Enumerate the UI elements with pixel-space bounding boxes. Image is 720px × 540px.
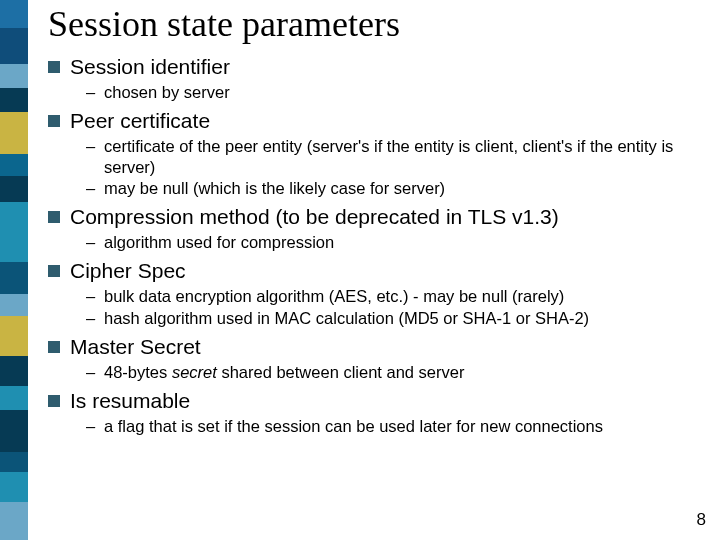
bullet-item-header: Session identifier — [48, 54, 708, 80]
sub-bullet-item: –bulk data encryption algorithm (AES, et… — [86, 286, 708, 306]
bullet-item-header: Is resumable — [48, 388, 708, 414]
dash-bullet-icon: – — [86, 416, 104, 436]
sub-bullet-item: –hash algorithm used in MAC calculation … — [86, 308, 708, 328]
sub-bullet-list: –48-bytes secret shared between client a… — [48, 362, 708, 382]
stripe-segment — [0, 64, 28, 88]
stripe-segment — [0, 294, 28, 316]
bullet-item-title: Session identifier — [70, 54, 230, 80]
slide-title: Session state parameters — [48, 6, 708, 44]
bullet-item: Peer certificate–certificate of the peer… — [48, 108, 708, 198]
stripe-segment — [0, 246, 28, 262]
sub-bullet-item: –a flag that is set if the session can b… — [86, 416, 708, 436]
dash-bullet-icon: – — [86, 178, 104, 198]
bullet-item: Master Secret–48-bytes secret shared bet… — [48, 334, 708, 382]
decorative-side-stripe — [0, 0, 28, 540]
sub-bullet-text: hash algorithm used in MAC calculation (… — [104, 308, 708, 328]
bullet-item-header: Peer certificate — [48, 108, 708, 134]
dash-bullet-icon: – — [86, 286, 104, 306]
bullet-item-title: Compression method (to be deprecated in … — [70, 204, 559, 230]
sub-bullet-item: –chosen by server — [86, 82, 708, 102]
stripe-segment — [0, 154, 28, 176]
sub-bullet-text: algorithm used for compression — [104, 232, 708, 252]
stripe-segment — [0, 176, 28, 202]
bullet-item-header: Cipher Spec — [48, 258, 708, 284]
stripe-segment — [0, 386, 28, 410]
sub-bullet-list: –certificate of the peer entity (server'… — [48, 136, 708, 197]
stripe-segment — [0, 452, 28, 472]
square-bullet-icon — [48, 211, 60, 223]
square-bullet-icon — [48, 395, 60, 407]
dash-bullet-icon: – — [86, 362, 104, 382]
bullet-item: Is resumable–a flag that is set if the s… — [48, 388, 708, 436]
sub-bullet-item: –certificate of the peer entity (server'… — [86, 136, 708, 176]
sub-bullet-text: certificate of the peer entity (server's… — [104, 136, 708, 176]
slide-content: Session state parameters Session identif… — [48, 6, 708, 442]
dash-bullet-icon: – — [86, 232, 104, 252]
sub-bullet-text: a flag that is set if the session can be… — [104, 416, 708, 436]
item-list: Session identifier–chosen by serverPeer … — [48, 54, 708, 437]
square-bullet-icon — [48, 341, 60, 353]
bullet-item: Session identifier–chosen by server — [48, 54, 708, 102]
stripe-segment — [0, 28, 28, 64]
stripe-segment — [0, 112, 28, 154]
sub-bullet-item: –48-bytes secret shared between client a… — [86, 362, 708, 382]
sub-bullet-item: –algorithm used for compression — [86, 232, 708, 252]
stripe-segment — [0, 88, 28, 112]
square-bullet-icon — [48, 61, 60, 73]
stripe-segment — [0, 316, 28, 356]
stripe-segment — [0, 472, 28, 502]
stripe-segment — [0, 262, 28, 294]
sub-bullet-list: –bulk data encryption algorithm (AES, et… — [48, 286, 708, 327]
sub-bullet-list: –algorithm used for compression — [48, 232, 708, 252]
sub-bullet-text: may be null (which is the likely case fo… — [104, 178, 708, 198]
bullet-item: Compression method (to be deprecated in … — [48, 204, 708, 252]
square-bullet-icon — [48, 115, 60, 127]
stripe-segment — [0, 502, 28, 540]
sub-bullet-text: chosen by server — [104, 82, 708, 102]
bullet-item-title: Is resumable — [70, 388, 190, 414]
bullet-item-header: Master Secret — [48, 334, 708, 360]
sub-bullet-list: –a flag that is set if the session can b… — [48, 416, 708, 436]
square-bullet-icon — [48, 265, 60, 277]
bullet-item-title: Master Secret — [70, 334, 201, 360]
bullet-item-title: Cipher Spec — [70, 258, 186, 284]
stripe-segment — [0, 0, 28, 28]
stripe-segment — [0, 202, 28, 246]
dash-bullet-icon: – — [86, 82, 104, 102]
dash-bullet-icon: – — [86, 136, 104, 156]
page-number: 8 — [697, 510, 706, 530]
stripe-segment — [0, 410, 28, 452]
sub-bullet-item: –may be null (which is the likely case f… — [86, 178, 708, 198]
bullet-item-header: Compression method (to be deprecated in … — [48, 204, 708, 230]
sub-bullet-list: –chosen by server — [48, 82, 708, 102]
dash-bullet-icon: – — [86, 308, 104, 328]
stripe-segment — [0, 356, 28, 386]
bullet-item-title: Peer certificate — [70, 108, 210, 134]
bullet-item: Cipher Spec–bulk data encryption algorit… — [48, 258, 708, 328]
sub-bullet-text: bulk data encryption algorithm (AES, etc… — [104, 286, 708, 306]
sub-bullet-text: 48-bytes secret shared between client an… — [104, 362, 708, 382]
